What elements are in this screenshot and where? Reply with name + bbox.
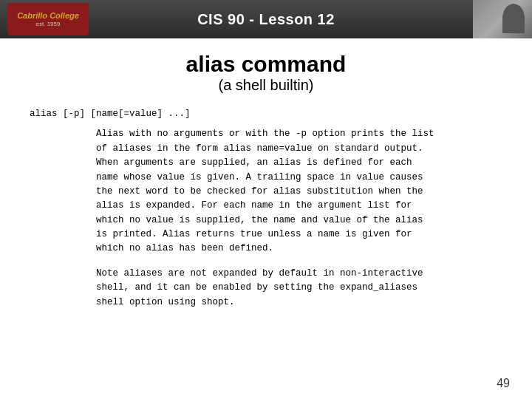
logo-year: est. 1959 — [17, 21, 79, 27]
logo-name: Cabrillo College — [17, 11, 79, 21]
header-decorative-image — [473, 0, 532, 38]
content-line: which no alias has been defined. — [96, 242, 502, 256]
content-line: Note aliases are not expanded by default… — [96, 267, 502, 281]
page-title: alias command — [30, 52, 502, 77]
content-line: name whose value is given. A trailing sp… — [96, 171, 502, 185]
content-line: of aliases in the form alias name=value … — [96, 142, 502, 156]
content-line: alias is expanded. For each name in the … — [96, 199, 502, 213]
paragraph2: Note aliases are not expanded by default… — [96, 267, 502, 310]
header-title: CIS 90 - Lesson 12 — [197, 11, 335, 28]
main-content: alias command (a shell builtin) alias [-… — [0, 38, 532, 323]
command-syntax: alias [-p] [name[=value] ...] — [30, 109, 191, 119]
content-line: which no value is supplied, the name and… — [96, 214, 502, 228]
command-syntax-line: alias [-p] [name[=value] ...] — [30, 107, 502, 121]
header-bar: Cabrillo College est. 1959 CIS 90 - Less… — [0, 0, 532, 38]
content-line: shell, and it can be enabled by setting … — [96, 281, 502, 295]
content-line: Alias with no arguments or with the -p o… — [96, 127, 502, 141]
content-line: the next word to be checked for alias su… — [96, 185, 502, 199]
page-title-block: alias command (a shell builtin) — [30, 52, 502, 94]
content-line: shell option using shopt. — [96, 296, 502, 310]
content-line: When arguments are supplied, an alias is… — [96, 156, 502, 170]
mono-content-block: alias [-p] [name[=value] ...] Alias with… — [30, 107, 502, 310]
page-number: 49 — [497, 377, 510, 390]
page-subtitle: (a shell builtin) — [30, 77, 502, 94]
paragraph1: Alias with no arguments or with the -p o… — [96, 127, 502, 256]
content-line: is printed. Alias returns true unless a … — [96, 228, 502, 242]
college-logo: Cabrillo College est. 1959 — [7, 3, 89, 35]
